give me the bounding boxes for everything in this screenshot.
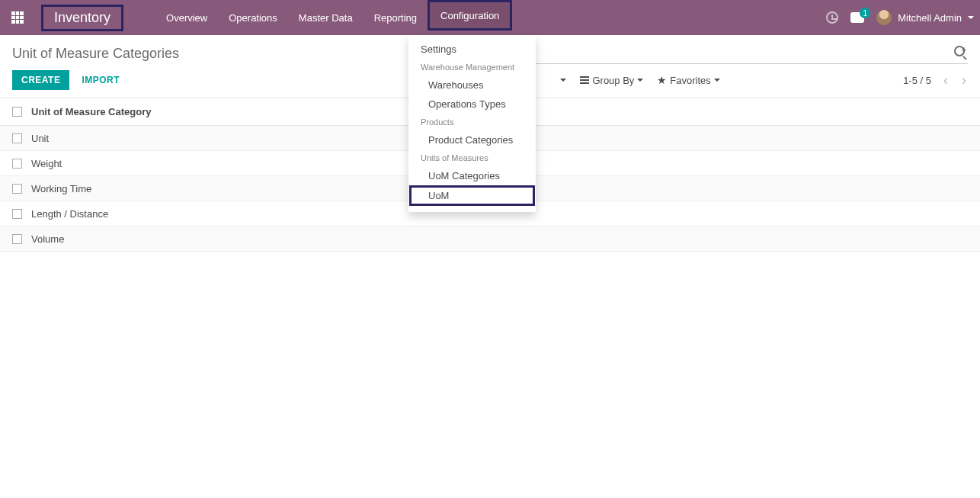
row-category: Length / Distance	[31, 208, 108, 220]
search-input[interactable]	[529, 43, 968, 64]
import-button[interactable]: IMPORT	[75, 70, 126, 90]
pager-text: 1-5 / 5	[903, 75, 931, 86]
dd-product-categories[interactable]: Product Categories	[408, 130, 536, 149]
apps-icon	[11, 11, 24, 24]
dd-uom[interactable]: UoM	[409, 185, 535, 206]
configuration-dropdown: Settings Warehouse Management Warehouses…	[408, 35, 536, 212]
row-checkbox[interactable]	[12, 159, 22, 169]
pager-next[interactable]: ›	[960, 72, 968, 88]
nav-overview[interactable]: Overview	[155, 0, 218, 35]
filters-button[interactable]	[560, 76, 566, 85]
messaging-badge: 1	[860, 8, 870, 18]
list-icon	[580, 76, 589, 84]
dd-settings[interactable]: Settings	[408, 40, 536, 59]
star-icon: ★	[657, 74, 667, 86]
user-menu[interactable]: Mitchell Admin	[876, 10, 974, 25]
nav-operations[interactable]: Operations	[218, 0, 288, 35]
dd-header-uom: Units of Measures	[408, 149, 536, 166]
pager-prev[interactable]: ‹	[942, 72, 950, 88]
dd-warehouses[interactable]: Warehouses	[408, 76, 536, 95]
row-category: Weight	[31, 158, 62, 169]
chevron-down-icon	[560, 79, 566, 85]
avatar	[876, 10, 892, 25]
dd-header-products: Products	[408, 114, 536, 130]
nav-reporting[interactable]: Reporting	[363, 0, 428, 35]
select-all-checkbox[interactable]	[12, 107, 22, 117]
page-title: Unit of Measure Categories	[12, 46, 179, 62]
create-button[interactable]: CREATE	[12, 70, 69, 90]
nav-master-data[interactable]: Master Data	[288, 0, 363, 35]
activity-icon[interactable]	[826, 11, 838, 24]
dd-operations-types[interactable]: Operations Types	[408, 95, 536, 114]
group-by-label: Group By	[592, 75, 634, 86]
row-checkbox[interactable]	[12, 234, 22, 244]
list-row[interactable]: Volume	[0, 227, 980, 252]
favorites-button[interactable]: ★ Favorites	[657, 74, 719, 86]
dd-uom-categories[interactable]: UoM Categories	[408, 166, 536, 185]
row-checkbox[interactable]	[12, 184, 22, 194]
row-category: Volume	[31, 233, 64, 245]
search-icon[interactable]: +	[954, 46, 966, 58]
search-wrapper: +	[529, 43, 968, 64]
chevron-down-icon	[714, 79, 720, 85]
row-checkbox[interactable]	[12, 133, 22, 143]
chevron-down-icon	[968, 16, 974, 22]
topbar-right: 1 Mitchell Admin	[826, 0, 974, 35]
messaging-button[interactable]: 1	[850, 12, 864, 23]
nav-configuration[interactable]: Configuration	[428, 0, 512, 31]
group-by-button[interactable]: Group By	[580, 75, 643, 86]
user-name: Mitchell Admin	[898, 12, 962, 24]
app-title[interactable]: Inventory	[41, 5, 123, 31]
dd-header-warehouse: Warehouse Management	[408, 59, 536, 76]
topbar: Inventory Overview Operations Master Dat…	[0, 0, 980, 35]
main-nav: Overview Operations Master Data Reportin…	[155, 0, 512, 35]
apps-menu-button[interactable]	[6, 6, 29, 29]
favorites-label: Favorites	[670, 75, 710, 86]
column-header-category[interactable]: Unit of Measure Category	[31, 106, 151, 117]
row-checkbox[interactable]	[12, 209, 22, 219]
row-category: Unit	[31, 133, 49, 144]
chevron-down-icon	[637, 79, 643, 85]
row-category: Working Time	[31, 183, 91, 194]
